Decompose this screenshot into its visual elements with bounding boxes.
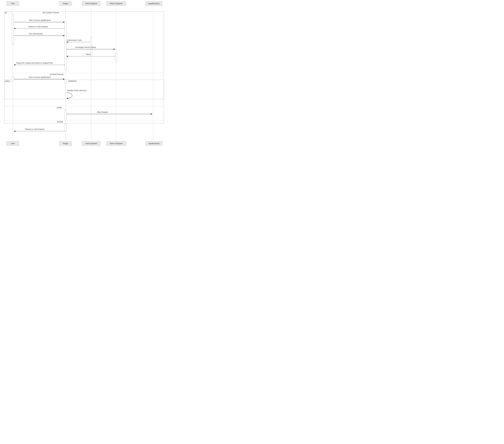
svg-rect-30 (65, 124, 66, 131)
svg-rect-7 (4, 11, 164, 99)
msg-redirect-auth: Redirect to Auth-Endpoint (29, 26, 48, 28)
actor-token-bottom: Token-Endpoint (106, 141, 126, 146)
diagram-container: User Plugin Auth-Endpoint Token-Endpoint… (0, 0, 168, 148)
msg-allow-request: Allow Request (97, 111, 108, 113)
condition-validation: [Validation] (68, 80, 97, 82)
actor-user-top: User (6, 1, 19, 6)
msg-auth-code: Authorization Code (67, 39, 81, 41)
actor-app-bottom: App/Backend (145, 141, 162, 146)
fragment-critical-label: critical (5, 80, 10, 82)
actor-auth-bottom: Auth-Endpoint (82, 141, 100, 146)
svg-rect-16 (90, 37, 92, 54)
msg-tries-access-1: Tries to Access App/Backend (29, 19, 51, 21)
msg-user-auth: User authenticates (29, 33, 43, 35)
fragment-alt-label: alt (5, 12, 7, 14)
msg-tokens: Tokens (86, 54, 91, 56)
svg-rect-10 (4, 80, 164, 123)
svg-rect-14 (12, 14, 14, 44)
msg-validate-cookie: Validate Cookie with keys (67, 90, 86, 92)
svg-rect-28 (65, 110, 66, 119)
msg-tries-access-2: Tries to Access App/Backend (29, 76, 51, 78)
svg-rect-17 (115, 53, 117, 61)
svg-rect-15 (65, 21, 66, 70)
actor-plugin-bottom: Plugin (59, 141, 72, 146)
msg-reply-cookies: Reply with Cookies and redirect to Origi… (16, 62, 53, 64)
actor-token-top: Token-Endpoint (106, 1, 126, 6)
svg-rect-25 (12, 76, 14, 81)
actor-user-bottom: User (6, 141, 19, 146)
condition-no-cookies: [No Cookies Present] (43, 12, 86, 14)
svg-rect-26 (65, 79, 66, 83)
condition-cookies-present: [Cookies Present] (50, 74, 93, 75)
actor-auth-top: Auth-Endpoint (82, 1, 100, 6)
condition-valid: [Valid] (57, 107, 86, 109)
msg-exchange-code: Exchange Code for Tokens (75, 46, 96, 48)
actor-app-top: App/Backend (145, 1, 162, 6)
condition-invalid: [Invalid] (57, 121, 86, 123)
msg-redirect-auth-2: Redirect to Auth-Endpoint (25, 128, 44, 130)
actor-plugin-top: Plugin (59, 1, 72, 6)
